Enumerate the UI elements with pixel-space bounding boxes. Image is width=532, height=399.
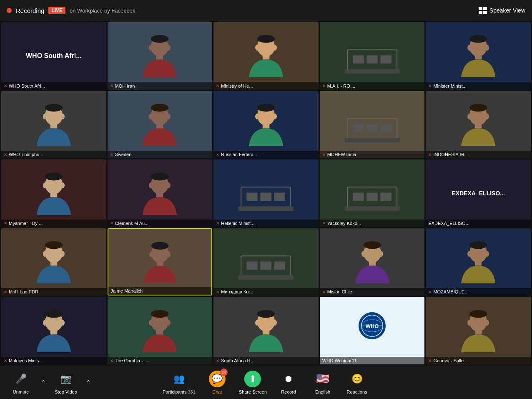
svg-point-99: [151, 310, 168, 318]
svg-point-41: [467, 114, 471, 119]
video-tile[interactable]: ✕ MOZAMBIQUE...: [426, 228, 531, 296]
video-tile[interactable]: ✕ MOH Iran: [108, 22, 213, 90]
svg-rect-61: [353, 193, 364, 201]
svg-rect-38: [380, 124, 391, 132]
video-tile[interactable]: ✕ Minister Minist...: [426, 22, 531, 90]
reactions-button[interactable]: 😊 Reactions: [344, 371, 369, 394]
chat-button[interactable]: 💬 24 Chat: [205, 371, 230, 394]
svg-rect-53: [156, 192, 163, 197]
svg-point-71: [149, 251, 153, 257]
video-tile[interactable]: ✕ MoH Lao PDR: [1, 228, 106, 296]
svg-point-32: [273, 114, 276, 119]
svg-rect-39: [344, 138, 399, 142]
svg-point-19: [469, 35, 487, 43]
svg-rect-18: [475, 55, 482, 60]
svg-point-7: [273, 45, 276, 51]
chat-label: Chat: [212, 389, 222, 394]
svg-point-66: [43, 251, 47, 257]
svg-rect-79: [238, 275, 294, 280]
svg-point-111: [467, 320, 471, 326]
mute-button[interactable]: 🎤 Unmute: [8, 371, 33, 394]
video-tile[interactable]: ✕ Russian Federa...: [213, 91, 319, 159]
svg-rect-8: [263, 55, 269, 60]
svg-point-94: [45, 310, 63, 318]
video-tile[interactable]: ✕ Минздрав Кы...: [213, 228, 319, 296]
record-button[interactable]: ⏺ Record: [276, 371, 301, 394]
svg-text:WHO: WHO: [366, 323, 379, 329]
svg-point-6: [255, 45, 259, 51]
svg-point-81: [361, 251, 365, 257]
svg-rect-77: [261, 261, 271, 270]
svg-rect-83: [369, 261, 375, 266]
svg-point-9: [257, 35, 275, 43]
participants-button[interactable]: 👥 Participants 381: [163, 371, 196, 394]
video-tile[interactable]: ✕ Yackoley Koko...: [320, 159, 425, 227]
svg-rect-57: [261, 193, 271, 201]
video-tile[interactable]: ✕ Geneva - Salle ...: [426, 297, 531, 364]
video-chevron[interactable]: ⌃: [86, 379, 91, 386]
speaker-view-btn[interactable]: Speaker View: [479, 7, 525, 14]
svg-point-92: [60, 320, 64, 326]
svg-point-104: [257, 310, 275, 318]
svg-rect-48: [50, 192, 57, 197]
svg-rect-76: [247, 261, 258, 270]
svg-point-42: [485, 114, 489, 119]
svg-rect-33: [263, 124, 269, 129]
video-tile[interactable]: ✕ M.A.I. - RO ...: [320, 22, 425, 90]
video-tile[interactable]: WHO South Afri... ✕ WHO South Afri...: [1, 22, 106, 90]
svg-point-114: [469, 310, 487, 318]
video-tile[interactable]: ✕ Mision Chile: [320, 228, 425, 296]
svg-rect-56: [247, 193, 258, 201]
video-tile[interactable]: WHO WHO Webinar01: [320, 297, 425, 364]
svg-rect-64: [344, 207, 399, 211]
svg-rect-28: [156, 124, 163, 129]
svg-point-72: [166, 251, 170, 257]
svg-point-67: [60, 251, 64, 257]
english-button[interactable]: 🇺🇸 English: [310, 371, 335, 394]
chat-badge: 24: [220, 369, 228, 376]
svg-point-102: [273, 320, 276, 326]
video-tile[interactable]: ✕ MOHFW India: [320, 91, 425, 159]
svg-point-22: [60, 114, 64, 119]
video-tile[interactable]: ✕ Ministry of He...: [213, 22, 319, 90]
svg-rect-11: [353, 55, 364, 63]
video-button[interactable]: 📷 Stop Video: [53, 371, 78, 394]
svg-rect-73: [156, 261, 163, 265]
video-tile[interactable]: ✕ Myanmar - Dy ...: [1, 159, 106, 227]
svg-point-87: [485, 251, 489, 257]
recording-dot: [7, 8, 12, 13]
svg-rect-43: [475, 124, 482, 129]
svg-point-4: [151, 35, 168, 43]
video-tile[interactable]: ✕ Hellenic Minist...: [213, 159, 319, 227]
live-badge: LIVE: [48, 7, 65, 14]
video-tile[interactable]: Jaime Manalich: [108, 228, 213, 296]
svg-point-74: [151, 242, 168, 249]
svg-rect-113: [475, 330, 482, 335]
svg-point-17: [485, 45, 489, 51]
svg-rect-98: [156, 330, 163, 335]
video-tile[interactable]: ✕ Maldives Minis...: [1, 297, 106, 364]
svg-rect-88: [475, 261, 482, 266]
video-tile[interactable]: ✕ Sweden: [108, 91, 213, 159]
recording-label: Recording: [16, 7, 44, 14]
video-tile[interactable]: EXDEXA_ELLISO... EXDEXA_ELLISO...: [426, 159, 531, 227]
svg-rect-63: [380, 193, 391, 201]
svg-rect-13: [380, 55, 391, 63]
reactions-label: Reactions: [347, 389, 367, 394]
video-tile[interactable]: ✕ WHO-Thimphu...: [1, 91, 106, 159]
svg-point-2: [167, 45, 171, 51]
video-tile[interactable]: ✕ Clemens M Au...: [108, 159, 213, 227]
svg-point-21: [43, 114, 47, 119]
mute-label: Unmute: [13, 389, 29, 394]
video-tile[interactable]: ✕ South Africa H...: [213, 297, 319, 364]
workplace-text: on Workplace by Facebook: [70, 8, 135, 14]
svg-point-96: [149, 320, 153, 326]
video-tile[interactable]: ✕ INDONESIA-M...: [426, 91, 531, 159]
svg-point-47: [60, 182, 64, 188]
mute-chevron[interactable]: ⌃: [41, 379, 46, 386]
video-tile[interactable]: ✕ The Gambia - ...: [108, 297, 213, 364]
svg-rect-59: [238, 207, 294, 211]
share-screen-button[interactable]: ⬆ Share Screen: [239, 371, 267, 394]
svg-point-51: [149, 182, 153, 188]
top-bar: Recording LIVE on Workplace by Facebook …: [0, 0, 532, 21]
